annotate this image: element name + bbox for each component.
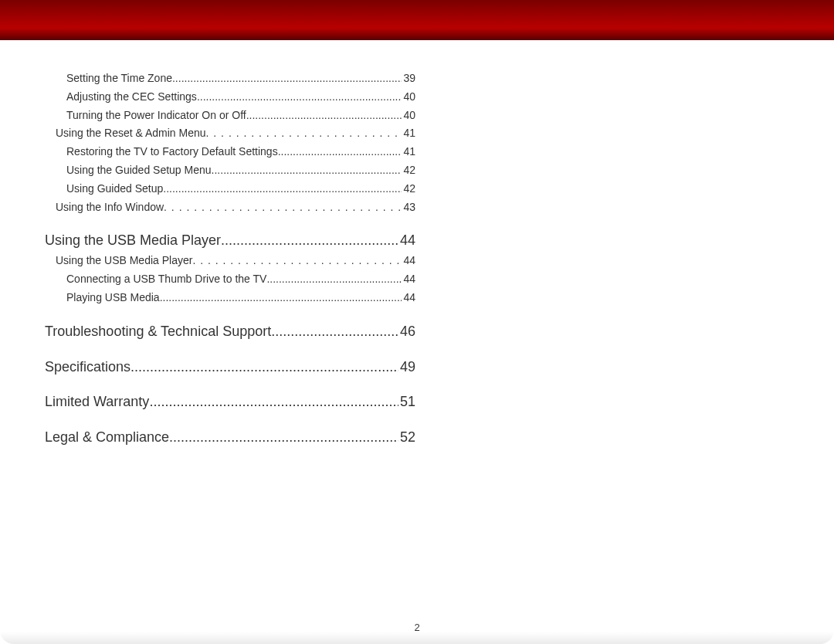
- toc-leader: [172, 69, 402, 88]
- toc-entry-page: 39: [402, 69, 415, 88]
- toc-entry-title: Connecting a USB Thumb Drive to the TV: [66, 270, 266, 289]
- toc-entry-page: 42: [402, 161, 415, 180]
- toc-entry-page: 41: [402, 143, 415, 161]
- toc-entry: Turning the Power Indicator On or Off40: [66, 107, 415, 125]
- toc-entry-page: 51: [398, 391, 415, 413]
- toc-leader: [197, 88, 402, 107]
- toc-entry: Using the Reset & Admin Menu41: [56, 124, 415, 143]
- toc-entry-title: Adjusting the CEC Settings: [66, 88, 197, 107]
- toc-leader: [278, 143, 402, 161]
- toc-leader: [164, 198, 402, 217]
- table-of-contents: Setting the Time Zone39Adjusting the CEC…: [0, 40, 409, 449]
- toc-entry-title: Turning the Power Indicator On or Off: [66, 107, 246, 125]
- page-number: 2: [0, 622, 834, 633]
- toc-leader: [212, 161, 402, 180]
- toc-leader: [169, 427, 398, 449]
- toc-entry-page: 46: [398, 321, 415, 343]
- toc-entry-title: Using the Info Window: [56, 198, 164, 217]
- toc-leader: [192, 252, 402, 270]
- toc-entry-page: 43: [402, 198, 415, 217]
- toc-entry: Using the Guided Setup Menu42: [66, 161, 415, 180]
- toc-leader: [271, 321, 398, 343]
- toc-entry: Playing USB Media44: [66, 289, 415, 307]
- toc-entry: Troubleshooting & Technical Support46: [45, 321, 415, 343]
- toc-entry: Adjusting the CEC Settings40: [66, 88, 415, 107]
- toc-entry-page: 52: [398, 427, 415, 449]
- toc-entry-page: 42: [402, 180, 415, 198]
- toc-entry: Using the Info Window43: [56, 198, 415, 217]
- toc-leader: [266, 270, 402, 289]
- toc-leader: [221, 230, 398, 252]
- toc-leader: [206, 124, 402, 143]
- toc-entry-page: 44: [398, 230, 415, 252]
- toc-entry: Specifications49: [45, 357, 415, 378]
- toc-entry-title: Using the USB Media Player: [56, 252, 192, 270]
- toc-entry-title: Restoring the TV to Factory Default Sett…: [66, 143, 278, 161]
- toc-entry: Using the USB Media Player44: [45, 230, 415, 252]
- toc-entry-title: Troubleshooting & Technical Support: [45, 321, 271, 343]
- toc-entry-title: Setting the Time Zone: [66, 69, 172, 88]
- toc-entry-page: 40: [402, 107, 415, 125]
- toc-entry: Restoring the TV to Factory Default Sett…: [66, 143, 415, 161]
- header-band: [0, 0, 834, 40]
- toc-leader: [149, 391, 398, 413]
- toc-entry-title: Using Guided Setup: [66, 180, 163, 198]
- toc-entry-page: 44: [402, 252, 415, 270]
- toc-leader: [160, 289, 402, 307]
- toc-leader: [163, 180, 402, 198]
- toc-leader: [131, 357, 398, 378]
- toc-entry-title: Legal & Compliance: [45, 427, 169, 449]
- toc-entry-page: 40: [402, 88, 415, 107]
- toc-entry: Setting the Time Zone39: [66, 69, 415, 88]
- toc-entry-title: Specifications: [45, 357, 131, 378]
- toc-entry-title: Limited Warranty: [45, 391, 149, 413]
- toc-entry-page: 44: [402, 289, 415, 307]
- toc-entry: Connecting a USB Thumb Drive to the TV44: [66, 270, 415, 289]
- toc-entry-title: Using the USB Media Player: [45, 230, 221, 252]
- toc-entry-title: Using the Guided Setup Menu: [66, 161, 212, 180]
- page-shadow: [0, 632, 834, 644]
- toc-leader: [246, 107, 402, 125]
- toc-entry-title: Using the Reset & Admin Menu: [56, 124, 206, 143]
- toc-entry: Legal & Compliance52: [45, 427, 415, 449]
- toc-entry-page: 49: [398, 357, 415, 378]
- toc-entry-page: 44: [402, 270, 415, 289]
- toc-entry-title: Playing USB Media: [66, 289, 160, 307]
- toc-entry: Using Guided Setup42: [66, 180, 415, 198]
- toc-entry: Using the USB Media Player44: [56, 252, 415, 270]
- toc-entry: Limited Warranty51: [45, 391, 415, 413]
- toc-entry-page: 41: [402, 124, 415, 143]
